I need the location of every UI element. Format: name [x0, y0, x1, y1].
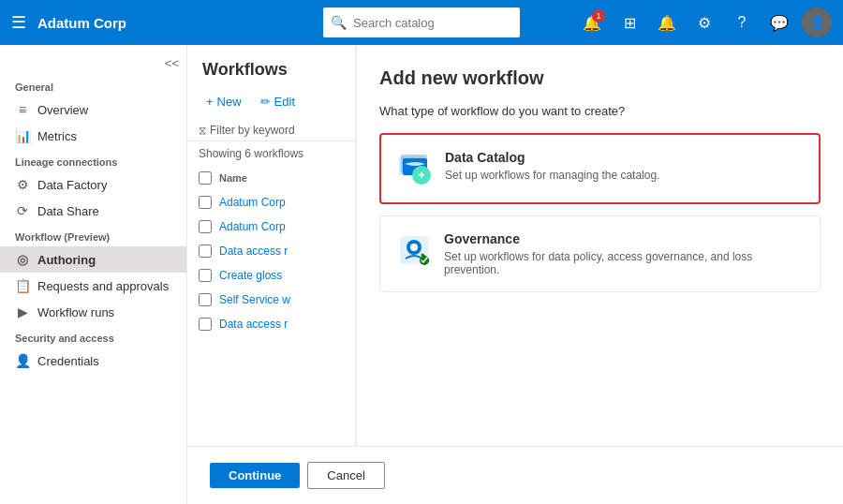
main-content: Workflows + New ✏ Edit ⧖ Filter by keywo…: [187, 45, 843, 504]
row-checkbox[interactable]: [199, 220, 212, 233]
plus-icon: +: [206, 95, 214, 109]
row-checkbox[interactable]: [199, 196, 212, 209]
bell-icon[interactable]: 🔔: [652, 7, 682, 37]
sidebar-item-data-factory[interactable]: ⚙ Data Factory: [0, 171, 186, 198]
row-checkbox[interactable]: [199, 318, 212, 331]
metrics-icon: 📊: [15, 128, 30, 143]
sidebar-item-authoring[interactable]: ◎ Authoring: [0, 246, 186, 273]
dialog-title: Add new workflow: [379, 67, 821, 89]
edit-workflow-button[interactable]: ✏ Edit: [253, 91, 303, 112]
workflows-title: Workflows: [187, 45, 355, 91]
sidebar-item-metrics[interactable]: 📊 Metrics: [0, 123, 186, 149]
dialog-footer: Continue Cancel: [187, 446, 843, 504]
continue-button[interactable]: Continue: [210, 463, 300, 488]
workflows-panel: Workflows + New ✏ Edit ⧖ Filter by keywo…: [187, 45, 356, 446]
cancel-button[interactable]: Cancel: [307, 462, 384, 489]
table-row[interactable]: Data access r: [187, 239, 355, 263]
filter-icon: ⧖: [199, 124, 206, 137]
sidebar-item-data-share[interactable]: ⟳ Data Share: [0, 198, 186, 224]
option-data-catalog[interactable]: + Data Catalog Set up workflows for mana…: [379, 133, 821, 204]
nav-icons-group: 🔔 1 ⊞ 🔔 ⚙ ? 💬 👤: [577, 7, 832, 37]
top-navigation: ☰ Adatum Corp 🔍 🔔 1 ⊞ 🔔 ⚙ ? 💬 👤: [0, 0, 843, 45]
sidebar-section-general: General: [0, 74, 186, 96]
edit-icon: ✏: [260, 95, 271, 109]
apps-icon[interactable]: ⊞: [614, 7, 644, 37]
notification-badge: 1: [592, 9, 605, 22]
app-body: << General ≡ Overview 📊 Metrics Lineage …: [0, 45, 843, 504]
workflow-runs-icon: ▶: [15, 304, 30, 319]
workflows-toolbar: + New ✏ Edit: [187, 91, 355, 120]
authoring-icon: ◎: [15, 252, 30, 267]
chat-icon[interactable]: 💬: [764, 7, 794, 37]
sidebar-item-credentials[interactable]: 👤 Credentials: [0, 348, 186, 374]
option-governance-desc: Set up workflows for data policy, access…: [444, 250, 805, 276]
governance-icon: [395, 231, 433, 269]
requests-icon: 📋: [15, 278, 30, 293]
option-governance[interactable]: Governance Set up workflows for data pol…: [379, 215, 821, 292]
sidebar-section-workflow: Workflow (Preview): [0, 224, 186, 246]
workflow-count: Showing 6 workflows: [187, 141, 355, 166]
content-wrapper: Workflows + New ✏ Edit ⧖ Filter by keywo…: [187, 45, 843, 446]
workflow-list: Name Adatum Corp Adatum Corp Data access…: [187, 166, 355, 446]
row-checkbox[interactable]: [199, 245, 212, 258]
settings-icon[interactable]: ⚙: [689, 7, 719, 37]
sidebar-item-requests[interactable]: 📋 Requests and approvals: [0, 273, 186, 299]
credentials-icon: 👤: [15, 353, 30, 368]
dialog-question: What type of workflow do you want to cre…: [379, 104, 821, 118]
sidebar-section-lineage: Lineage connections: [0, 149, 186, 171]
svg-point-7: [410, 244, 418, 251]
table-row[interactable]: Adatum Corp: [187, 190, 355, 215]
user-avatar[interactable]: 👤: [802, 7, 832, 37]
workflow-filter: ⧖ Filter by keyword: [187, 120, 355, 141]
sidebar-item-workflow-runs[interactable]: ▶ Workflow runs: [0, 299, 186, 325]
table-row[interactable]: Self Service w: [187, 288, 355, 312]
svg-text:+: +: [418, 169, 424, 182]
search-input[interactable]: [323, 7, 520, 37]
workflow-column-header: Name: [187, 166, 355, 190]
select-all-checkbox[interactable]: [199, 171, 212, 185]
row-checkbox[interactable]: [199, 269, 212, 282]
row-checkbox[interactable]: [199, 293, 212, 306]
table-row[interactable]: Create gloss: [187, 263, 355, 288]
hamburger-icon[interactable]: ☰: [11, 12, 26, 33]
option-data-catalog-desc: Set up workflows for managing the catalo…: [445, 169, 804, 182]
dialog-panel: Add new workflow What type of workflow d…: [356, 45, 843, 446]
table-row[interactable]: Data access r: [187, 312, 355, 336]
notification-icon[interactable]: 🔔 1: [577, 7, 607, 37]
sidebar-section-security: Security and access: [0, 325, 186, 348]
data-share-icon: ⟳: [15, 203, 30, 218]
sidebar-item-overview[interactable]: ≡ Overview: [0, 96, 186, 123]
data-factory-icon: ⚙: [15, 177, 30, 192]
new-workflow-button[interactable]: + New: [199, 91, 249, 112]
table-row[interactable]: Adatum Corp: [187, 215, 355, 239]
option-data-catalog-title: Data Catalog: [445, 150, 804, 165]
help-icon[interactable]: ?: [727, 7, 757, 37]
overview-icon: ≡: [15, 102, 30, 117]
search-icon: 🔍: [331, 15, 347, 30]
sidebar: << General ≡ Overview 📊 Metrics Lineage …: [0, 45, 187, 504]
app-logo: Adatum Corp: [37, 15, 126, 31]
option-governance-title: Governance: [444, 231, 805, 246]
sidebar-collapse-button[interactable]: <<: [0, 52, 186, 74]
data-catalog-icon: +: [396, 150, 434, 187]
search-container: 🔍: [323, 7, 520, 37]
